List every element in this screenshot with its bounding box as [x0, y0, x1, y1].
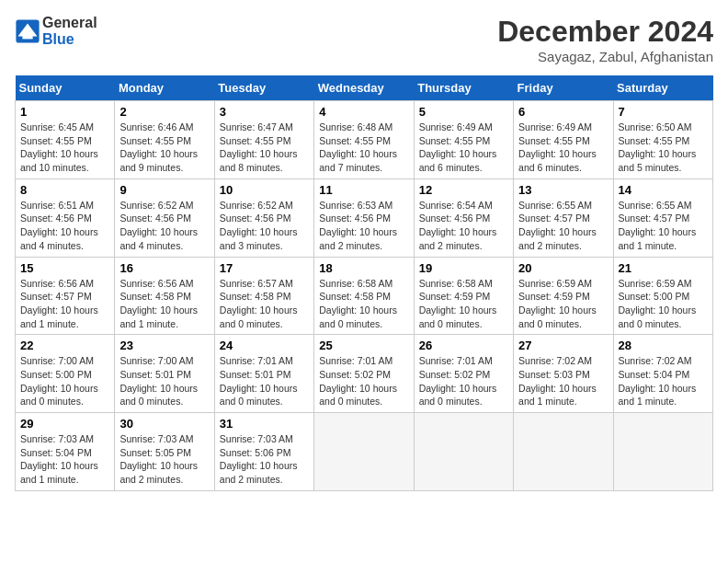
calendar-day-cell: 1 Sunrise: 6:45 AM Sunset: 4:55 PM Dayli… [16, 101, 115, 179]
day-number: 2 [119, 105, 209, 119]
calendar-day-cell: 26 Sunrise: 7:01 AM Sunset: 5:02 PM Dayl… [414, 335, 513, 413]
day-number: 22 [20, 339, 109, 352]
calendar-day-cell: 19 Sunrise: 6:58 AM Sunset: 4:59 PM Dayl… [414, 257, 513, 335]
calendar-day-cell: 24 Sunrise: 7:01 AM Sunset: 5:01 PM Dayl… [214, 335, 313, 413]
day-number: 15 [20, 261, 109, 275]
calendar-day-cell: 10 Sunrise: 6:52 AM Sunset: 4:56 PM Dayl… [214, 178, 313, 257]
day-info: Sunrise: 6:55 AM Sunset: 4:57 PM Dayligh… [619, 199, 708, 253]
calendar-day-cell: 29 Sunrise: 7:03 AM Sunset: 5:04 PM Dayl… [16, 413, 115, 491]
calendar-day-cell: 13 Sunrise: 6:55 AM Sunset: 4:57 PM Dayl… [514, 178, 613, 257]
day-info: Sunrise: 6:58 AM Sunset: 4:59 PM Dayligh… [419, 277, 508, 331]
day-number: 5 [419, 105, 508, 119]
calendar-table: Sunday Monday Tuesday Wednesday Thursday… [15, 75, 713, 491]
calendar-day-cell [314, 413, 414, 491]
day-number: 7 [619, 105, 708, 119]
day-info: Sunrise: 7:03 AM Sunset: 5:05 PM Dayligh… [119, 432, 209, 487]
day-info: Sunrise: 6:56 AM Sunset: 4:57 PM Dayligh… [20, 277, 109, 331]
day-number: 11 [319, 183, 408, 197]
day-number: 29 [20, 417, 109, 431]
day-number: 27 [518, 339, 608, 352]
day-number: 12 [419, 183, 508, 197]
calendar-day-cell: 21 Sunrise: 6:59 AM Sunset: 5:00 PM Dayl… [613, 257, 712, 335]
day-number: 3 [220, 105, 309, 119]
day-number: 14 [619, 183, 708, 197]
location-title: Sayagaz, Zabul, Afghanistan [497, 49, 713, 64]
day-number: 6 [518, 105, 608, 119]
calendar-day-cell [514, 413, 613, 491]
day-number: 31 [220, 417, 309, 431]
day-info: Sunrise: 6:52 AM Sunset: 4:56 PM Dayligh… [119, 199, 209, 253]
day-info: Sunrise: 6:47 AM Sunset: 4:55 PM Dayligh… [220, 121, 309, 175]
day-info: Sunrise: 7:01 AM Sunset: 5:01 PM Dayligh… [220, 354, 309, 408]
day-number: 4 [319, 105, 408, 119]
day-info: Sunrise: 6:49 AM Sunset: 4:55 PM Dayligh… [518, 121, 608, 175]
calendar-day-cell: 12 Sunrise: 6:54 AM Sunset: 4:56 PM Dayl… [414, 178, 513, 257]
calendar-day-cell: 30 Sunrise: 7:03 AM Sunset: 5:05 PM Dayl… [115, 413, 214, 491]
day-info: Sunrise: 6:58 AM Sunset: 4:58 PM Dayligh… [319, 277, 408, 331]
day-info: Sunrise: 7:03 AM Sunset: 5:04 PM Dayligh… [20, 432, 109, 487]
day-info: Sunrise: 6:49 AM Sunset: 4:55 PM Dayligh… [419, 121, 508, 175]
day-number: 8 [20, 183, 109, 197]
logo-blue: Blue [42, 31, 74, 47]
month-title: December 2024 [497, 15, 713, 49]
calendar-day-cell: 31 Sunrise: 7:03 AM Sunset: 5:06 PM Dayl… [214, 413, 313, 491]
calendar-week-row: 8 Sunrise: 6:51 AM Sunset: 4:56 PM Dayli… [16, 178, 713, 257]
day-number: 17 [220, 261, 309, 275]
day-info: Sunrise: 6:52 AM Sunset: 4:56 PM Dayligh… [220, 199, 309, 253]
title-section: December 2024 Sayagaz, Zabul, Afghanista… [497, 15, 713, 64]
calendar-day-cell: 15 Sunrise: 6:56 AM Sunset: 4:57 PM Dayl… [16, 257, 115, 335]
calendar-week-row: 15 Sunrise: 6:56 AM Sunset: 4:57 PM Dayl… [16, 257, 713, 335]
calendar-day-cell: 18 Sunrise: 6:58 AM Sunset: 4:58 PM Dayl… [314, 257, 414, 335]
calendar-day-cell: 22 Sunrise: 7:00 AM Sunset: 5:00 PM Dayl… [16, 335, 115, 413]
day-number: 16 [119, 261, 209, 275]
day-info: Sunrise: 7:00 AM Sunset: 5:00 PM Dayligh… [20, 354, 109, 408]
day-number: 10 [220, 183, 309, 197]
day-number: 18 [319, 261, 408, 275]
day-info: Sunrise: 6:53 AM Sunset: 4:56 PM Dayligh… [319, 199, 408, 253]
day-number: 13 [518, 183, 608, 197]
header-thursday: Thursday [414, 75, 513, 101]
calendar-day-cell: 3 Sunrise: 6:47 AM Sunset: 4:55 PM Dayli… [214, 101, 313, 179]
calendar-day-cell: 5 Sunrise: 6:49 AM Sunset: 4:55 PM Dayli… [414, 101, 513, 179]
logo: General Blue [15, 15, 97, 48]
header-friday: Friday [514, 75, 613, 101]
calendar-day-cell: 6 Sunrise: 6:49 AM Sunset: 4:55 PM Dayli… [514, 101, 613, 179]
day-info: Sunrise: 6:48 AM Sunset: 4:55 PM Dayligh… [319, 121, 408, 175]
day-info: Sunrise: 6:56 AM Sunset: 4:58 PM Dayligh… [119, 277, 209, 331]
day-number: 26 [419, 339, 508, 352]
day-number: 1 [20, 105, 109, 119]
day-number: 24 [220, 339, 309, 352]
header-sunday: Sunday [16, 75, 115, 101]
weekday-header-row: Sunday Monday Tuesday Wednesday Thursday… [16, 75, 713, 101]
calendar-day-cell: 23 Sunrise: 7:00 AM Sunset: 5:01 PM Dayl… [115, 335, 214, 413]
calendar-day-cell: 8 Sunrise: 6:51 AM Sunset: 4:56 PM Dayli… [16, 178, 115, 257]
calendar-day-cell: 11 Sunrise: 6:53 AM Sunset: 4:56 PM Dayl… [314, 178, 414, 257]
day-number: 23 [119, 339, 209, 352]
day-info: Sunrise: 6:54 AM Sunset: 4:56 PM Dayligh… [419, 199, 508, 253]
day-info: Sunrise: 7:02 AM Sunset: 5:04 PM Dayligh… [619, 354, 708, 408]
day-info: Sunrise: 7:03 AM Sunset: 5:06 PM Dayligh… [220, 432, 309, 487]
day-info: Sunrise: 7:00 AM Sunset: 5:01 PM Dayligh… [119, 354, 209, 408]
calendar-day-cell: 17 Sunrise: 6:57 AM Sunset: 4:58 PM Dayl… [214, 257, 313, 335]
day-info: Sunrise: 6:45 AM Sunset: 4:55 PM Dayligh… [20, 121, 109, 175]
header-saturday: Saturday [613, 75, 712, 101]
day-number: 21 [619, 261, 708, 275]
day-info: Sunrise: 6:59 AM Sunset: 5:00 PM Dayligh… [619, 277, 708, 331]
calendar-day-cell: 25 Sunrise: 7:01 AM Sunset: 5:02 PM Dayl… [314, 335, 414, 413]
header-wednesday: Wednesday [314, 75, 414, 101]
day-info: Sunrise: 7:01 AM Sunset: 5:02 PM Dayligh… [319, 354, 408, 408]
page-header: General Blue December 2024 Sayagaz, Zabu… [15, 15, 713, 64]
calendar-day-cell [613, 413, 712, 491]
day-number: 30 [119, 417, 209, 431]
day-info: Sunrise: 6:46 AM Sunset: 4:55 PM Dayligh… [119, 121, 209, 175]
calendar-day-cell: 2 Sunrise: 6:46 AM Sunset: 4:55 PM Dayli… [115, 101, 214, 179]
day-info: Sunrise: 6:51 AM Sunset: 4:56 PM Dayligh… [20, 199, 109, 253]
day-number: 25 [319, 339, 408, 352]
day-info: Sunrise: 7:02 AM Sunset: 5:03 PM Dayligh… [518, 354, 608, 408]
calendar-week-row: 22 Sunrise: 7:00 AM Sunset: 5:00 PM Dayl… [16, 335, 713, 413]
logo-icon [15, 18, 40, 44]
day-number: 9 [119, 183, 209, 197]
day-number: 28 [619, 339, 708, 352]
calendar-day-cell [414, 413, 513, 491]
calendar-day-cell: 16 Sunrise: 6:56 AM Sunset: 4:58 PM Dayl… [115, 257, 214, 335]
